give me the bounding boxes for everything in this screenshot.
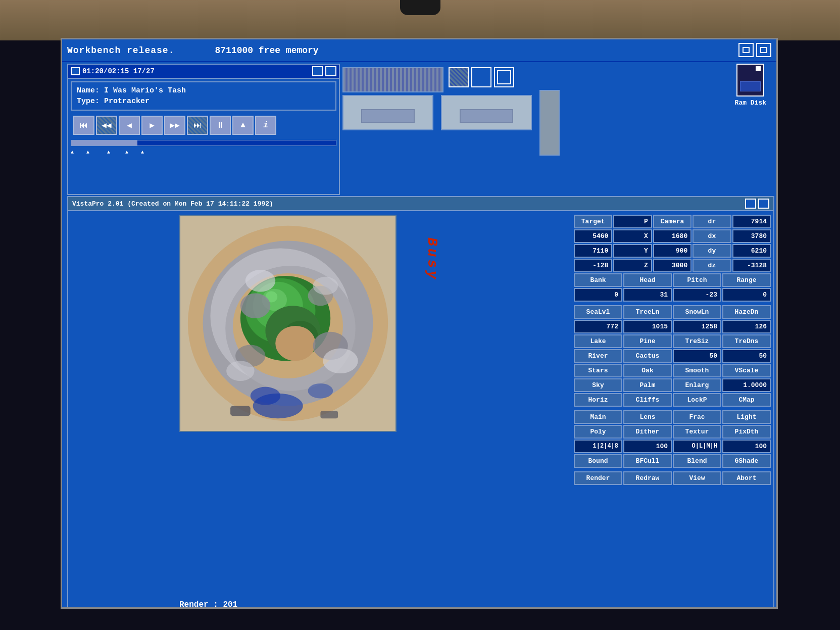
media-back-btn[interactable]: ◀ <box>119 116 140 135</box>
icon-box2[interactable] <box>471 67 491 87</box>
dr-value[interactable]: 7914 <box>732 215 771 228</box>
target-btn[interactable]: Target <box>574 215 612 228</box>
poly-btn[interactable]: Poly <box>574 425 622 439</box>
pitch-value[interactable]: -23 <box>673 288 721 302</box>
oak-btn[interactable]: Oak <box>623 364 672 377</box>
tredns-btn[interactable]: TreDns <box>722 334 771 348</box>
head-value[interactable]: 31 <box>623 288 672 302</box>
lockp-btn[interactable]: LockP <box>673 393 721 407</box>
dy-value[interactable]: 6210 <box>732 244 771 258</box>
media-play-btn[interactable]: ▶ <box>141 116 163 135</box>
y-label: Y <box>613 244 652 258</box>
redraw-btn[interactable]: Redraw <box>623 471 672 485</box>
frac-btn[interactable]: Frac <box>673 410 721 424</box>
sealvl-btn[interactable]: SeaLvl <box>574 305 622 319</box>
workbench-box1[interactable] <box>738 43 754 57</box>
blend-btn[interactable]: Blend <box>673 454 721 468</box>
snowln-value[interactable]: 1258 <box>673 320 721 333</box>
media-pause-btn[interactable]: ⏸ <box>210 116 231 135</box>
x-pos-value[interactable]: 5460 <box>574 229 612 243</box>
main-btn[interactable]: Main <box>574 410 622 424</box>
pixdth-value[interactable]: 100 <box>722 440 771 453</box>
cam-z-value[interactable]: 3000 <box>653 259 691 272</box>
river-btn[interactable]: River <box>574 349 622 363</box>
snowln-btn[interactable]: SnowLn <box>673 305 721 319</box>
tresiz-value[interactable]: 50 <box>673 349 721 363</box>
media-fwd-btn[interactable]: ▶▶ <box>164 116 185 135</box>
horiz-btn[interactable]: Horiz <box>574 393 622 407</box>
hazedn-btn[interactable]: HazeDn <box>722 305 771 319</box>
media-prev-btn[interactable]: ◀◀ <box>96 116 117 135</box>
cmap-btn[interactable]: CMap <box>722 393 771 407</box>
media-rewind-btn[interactable]: ⏮ <box>73 116 94 135</box>
camera-btn[interactable]: Camera <box>653 215 691 228</box>
media-progress-bar[interactable] <box>71 140 336 146</box>
sealvl-value[interactable]: 772 <box>574 320 622 333</box>
bound-btn[interactable]: Bound <box>574 454 622 468</box>
enlarg-value[interactable]: 1.0000 <box>722 378 771 392</box>
icon-box3[interactable] <box>494 67 514 87</box>
render-btn[interactable]: Render <box>574 471 622 485</box>
treeln-btn[interactable]: TreeLn <box>623 305 672 319</box>
range-value[interactable]: 0 <box>722 288 771 302</box>
cactus-btn[interactable]: Cactus <box>623 349 672 363</box>
drawer2[interactable] <box>441 95 532 130</box>
stars-btn[interactable]: Stars <box>574 364 622 377</box>
treeln-value[interactable]: 1015 <box>623 320 672 333</box>
media-info-btn[interactable]: i <box>255 116 276 135</box>
enlarg-btn[interactable]: Enlarg <box>673 378 721 392</box>
abort-btn[interactable]: Abort <box>722 471 771 485</box>
ram-disk-icon[interactable]: Ram Disk <box>735 64 766 107</box>
icon-box1[interactable] <box>449 67 469 87</box>
workbench-title: Workbench release. <box>67 45 174 56</box>
light-btn[interactable]: Light <box>722 410 771 424</box>
pixdth-btn[interactable]: PixDth <box>722 425 771 439</box>
vistapro-box1[interactable] <box>745 199 756 209</box>
workbench-box2[interactable] <box>756 43 771 57</box>
media-box2[interactable] <box>325 66 336 76</box>
cliffs-btn[interactable]: Cliffs <box>623 393 672 407</box>
pine-btn[interactable]: Pine <box>623 334 672 348</box>
head-btn[interactable]: Head <box>623 273 672 287</box>
marker1: ▲ <box>71 150 74 155</box>
y-pos-value[interactable]: 7110 <box>574 244 612 258</box>
smooth-btn[interactable]: Smooth <box>673 364 721 377</box>
palm-btn[interactable]: Palm <box>623 378 672 392</box>
poly-mode-value[interactable]: 1|2|4|8 <box>574 440 622 453</box>
bank-btn[interactable]: Bank <box>574 273 622 287</box>
dither-btn[interactable]: Dither <box>623 425 672 439</box>
lens-btn[interactable]: Lens <box>623 410 672 424</box>
dz-value[interactable]: -3128 <box>732 259 771 272</box>
tresiz-btn[interactable]: TreSiz <box>673 334 721 348</box>
bfcull-btn[interactable]: BFCull <box>623 454 672 468</box>
pitch-btn[interactable]: Pitch <box>673 273 721 287</box>
dx-value[interactable]: 3780 <box>732 229 771 243</box>
quality-value[interactable]: O|L|M|H <box>673 440 721 453</box>
sky-btn[interactable]: Sky <box>574 378 622 392</box>
tredns-value[interactable]: 50 <box>722 349 771 363</box>
drawer2-handle <box>460 109 513 122</box>
bank-value[interactable]: 0 <box>574 288 622 302</box>
scroll-widget[interactable] <box>342 67 443 92</box>
panel-row-7: SeaLvl TreeLn SnowLn HazeDn <box>574 305 771 319</box>
view-btn[interactable]: View <box>673 471 721 485</box>
lake-btn[interactable]: Lake <box>574 334 622 348</box>
hazedn-value[interactable]: 126 <box>722 320 771 333</box>
gshade-btn[interactable]: GShade <box>722 454 771 468</box>
drawer1[interactable] <box>342 95 433 130</box>
cam-y-value[interactable]: 900 <box>653 244 691 258</box>
vscale-btn[interactable]: VScale <box>722 364 771 377</box>
z-pos-value[interactable]: -128 <box>574 259 612 272</box>
media-box1[interactable] <box>312 66 323 76</box>
media-close-btn[interactable] <box>71 67 80 75</box>
progress-markers: ▲ ▲ ▲ ▲ ▲ <box>68 149 339 156</box>
range-btn[interactable]: Range <box>722 273 771 287</box>
media-next-btn[interactable]: ⏭ <box>187 116 208 135</box>
dither-value[interactable]: 100 <box>623 440 672 453</box>
media-eject-btn[interactable]: ▲ <box>232 116 254 135</box>
marker5: ▲ <box>141 150 144 155</box>
vistapro-box2[interactable] <box>758 199 769 209</box>
cam-x-value[interactable]: 1680 <box>653 229 691 243</box>
terrain-map-svg <box>180 216 396 431</box>
textur-btn[interactable]: Textur <box>673 425 721 439</box>
